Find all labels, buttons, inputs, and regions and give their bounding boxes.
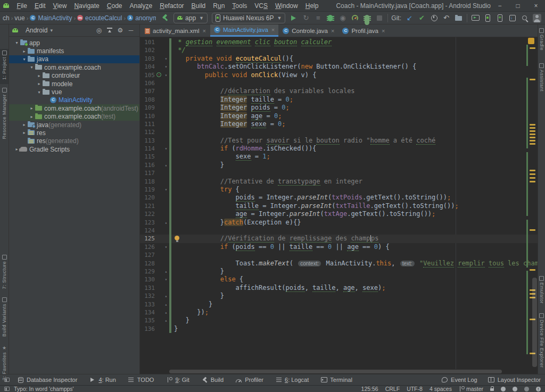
terminal-button[interactable]: Terminal — [320, 377, 352, 383]
strip-tab-emulator[interactable]: Emulator — [538, 274, 545, 310]
warning-stripe-mark[interactable] — [530, 173, 535, 175]
code-editor[interactable]: 101 * gestion evenement clic bouton calc… — [140, 37, 538, 369]
fold-marker-icon[interactable]: ▾ — [163, 276, 169, 283]
fold-marker-icon[interactable]: ▴ — [163, 161, 169, 169]
code-line[interactable]: 106 — [140, 79, 538, 87]
warning-stripe-mark[interactable] — [530, 177, 535, 179]
fold-marker-icon[interactable]: ▴ — [163, 316, 169, 324]
run-button[interactable] — [287, 13, 300, 23]
menu-code[interactable]: Code — [103, 1, 126, 11]
tree-expand-arrow[interactable]: ▸ — [21, 49, 28, 54]
tree-expand-arrow[interactable]: ▾ — [28, 65, 35, 70]
code-line[interactable]: 110 Integer age = 0; — [140, 112, 538, 120]
menu-tools[interactable]: Tools — [228, 1, 251, 11]
code-line[interactable]: 107 //déclaration des variables locales — [140, 87, 538, 95]
tab-controle-java[interactable]: CControle.java× — [279, 25, 338, 37]
tree-item-mainactivity[interactable]: CMainActivity — [9, 96, 139, 104]
code-line[interactable]: 126▾ if (poids == 0 || taille == 0 || ag… — [140, 243, 538, 251]
tree-item-com-example-coach[interactable]: ▸com.example.coach (test) — [9, 113, 139, 121]
git-branch-widget[interactable]: master — [459, 386, 483, 392]
tree-item-com-example-coach[interactable]: ▾com.example.coach — [9, 63, 139, 71]
menu-build[interactable]: Build — [188, 1, 210, 11]
code-line[interactable]: 135▴ } — [140, 316, 538, 324]
attach-debugger-icon[interactable]: ◉ — [336, 13, 349, 23]
search-everywhere-icon[interactable] — [518, 13, 531, 23]
fold-marker-icon[interactable]: ▾ — [163, 186, 169, 194]
tree-expand-arrow[interactable]: ▸ — [21, 130, 28, 135]
code-line[interactable]: 122 age = Integer.parseInt(txtAge.getTex… — [140, 210, 538, 218]
menu-refactor[interactable]: Refactor — [156, 1, 187, 11]
hide-panel-icon[interactable]: ─ — [126, 26, 136, 35]
breadcrumb-item[interactable]: mecouteCalcul — [77, 14, 122, 22]
profile-debug-icon[interactable] — [361, 13, 373, 23]
tree-expand-arrow[interactable]: ▸ — [28, 114, 35, 119]
tab-close-icon[interactable]: × — [382, 28, 385, 34]
menu-run[interactable]: Run — [209, 1, 228, 11]
warning-stripe-mark[interactable] — [530, 137, 535, 138]
warning-stripe-mark[interactable] — [530, 127, 535, 129]
rollback-icon[interactable]: ↶ — [440, 13, 452, 23]
run-toolwindow-button[interactable]: 4: Run — [89, 377, 115, 383]
code-line[interactable]: 104▾ btnCalc.setOnClickListener(new Butt… — [140, 63, 538, 71]
vcs-update-icon[interactable]: ↙ — [403, 13, 416, 23]
lock-icon[interactable] — [490, 388, 494, 391]
warning-stripe-mark[interactable] — [530, 47, 535, 49]
tree-item-res[interactable]: ▸res — [9, 129, 139, 137]
project-structure-icon[interactable] — [452, 13, 465, 23]
maximize-button[interactable]: □ — [509, 0, 527, 11]
device-selector[interactable]: Huawei Nexus 6P ▼ — [212, 13, 285, 23]
highlight-happy-icon[interactable] — [501, 387, 506, 391]
code-line[interactable]: 118 //Tentative de transtypage en intege… — [140, 178, 538, 186]
tab-profil-java[interactable]: CProfil.java× — [338, 25, 389, 37]
warning-stripe-mark[interactable] — [530, 124, 535, 126]
code-line[interactable]: 101 * gestion evenement clic bouton calc… — [140, 38, 538, 46]
debug-button[interactable] — [324, 13, 336, 23]
notifications-alert-icon[interactable]: ! — [536, 387, 541, 391]
collapse-all-icon[interactable] — [104, 26, 115, 35]
code-line[interactable]: 116▴ } — [140, 161, 538, 169]
warning-stripe-mark[interactable] — [530, 181, 535, 182]
locate-file-icon[interactable]: ◎ — [94, 26, 104, 35]
warning-stripe-mark[interactable] — [530, 134, 535, 135]
settings-gear-icon[interactable]: ⚙ — [115, 26, 126, 35]
fold-marker-icon[interactable]: ▴ — [163, 268, 169, 276]
strip-tab-7-structure[interactable]: 7: Structure — [0, 253, 9, 294]
menu-analyze[interactable]: Analyze — [126, 1, 156, 11]
code-line[interactable]: 133▴ } — [140, 301, 538, 308]
todo-button[interactable]: TODO — [128, 377, 154, 383]
code-line[interactable]: 128 Toast.makeText( context: MainActivit… — [140, 260, 538, 268]
code-line[interactable]: 114▾ if (rdHomme.isChecked()){ — [140, 145, 538, 153]
minimize-button[interactable]: − — [491, 0, 509, 11]
status-widget-icon[interactable] — [4, 387, 10, 391]
tree-item-java[interactable]: ▾java — [9, 55, 139, 63]
database-inspector-button[interactable]: Database Inspector — [17, 377, 77, 383]
strip-tab-resource-manager[interactable]: Resource Manager — [0, 86, 9, 145]
code-line[interactable]: 108 Integer taille = 0; — [140, 96, 538, 104]
module-selector[interactable]: app ▼ — [174, 13, 208, 23]
code-line[interactable]: 136} — [140, 325, 538, 333]
override-method-icon[interactable]: ↑ — [156, 72, 161, 77]
code-line[interactable]: 123▴ }catch(Exception e){} — [140, 219, 538, 227]
tree-item-java[interactable]: ▸java (generated) — [9, 121, 139, 129]
stop-button[interactable] — [373, 13, 385, 23]
warning-stripe-mark[interactable] — [530, 130, 535, 132]
tree-item-manifests[interactable]: ▸manifests — [9, 47, 139, 55]
code-line[interactable]: 102 */ — [140, 46, 538, 54]
tree-expand-arrow[interactable]: ▸ — [28, 106, 35, 111]
tree-item-app[interactable]: ▾app — [9, 39, 139, 47]
horizontal-scrollbar[interactable] — [140, 369, 538, 374]
strip-tab-2-favorites[interactable]: ★2: Favorites — [0, 344, 9, 382]
fold-marker-icon[interactable]: ▾ — [163, 55, 169, 63]
event-log-button[interactable]: Event Log — [441, 377, 477, 383]
tree-expand-arrow[interactable]: ▸ — [36, 73, 43, 78]
warning-stripe-mark[interactable] — [530, 143, 535, 145]
fold-marker-icon[interactable]: ▾ — [163, 63, 169, 71]
horizontal-scrollbar-thumb[interactable] — [169, 370, 502, 373]
breadcrumb-item[interactable]: λanonymous OnClickListener — [127, 14, 156, 22]
code-line[interactable]: 113 //Test pour savoir si le bouton radi… — [140, 137, 538, 145]
code-line[interactable]: 117 — [140, 169, 538, 177]
line-ending-indicator[interactable]: CRLF — [385, 386, 400, 392]
tab-activity-main-xml[interactable]: activity_main.xml× — [141, 25, 210, 37]
layout-inspector-button[interactable]: Layout Inspector — [488, 377, 541, 383]
menu-navigate[interactable]: Navigate — [70, 1, 103, 11]
